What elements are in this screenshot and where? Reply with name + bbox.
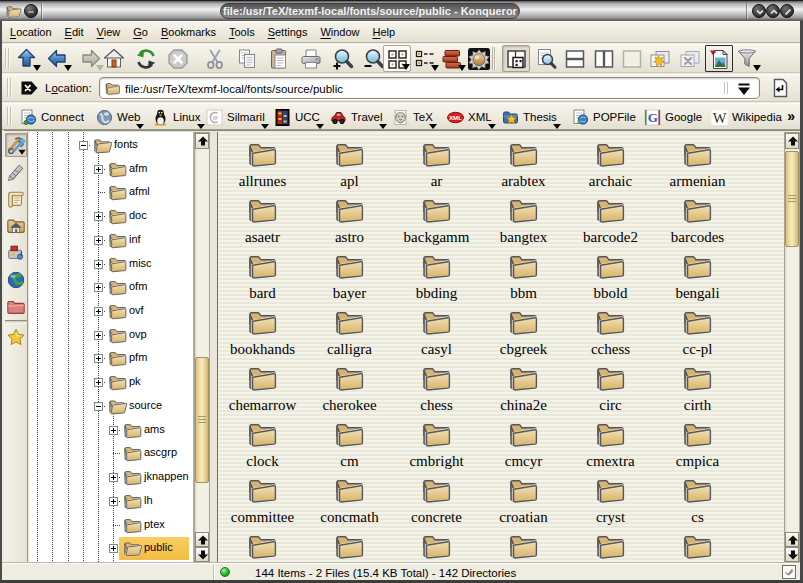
- tree-scroll-down-button[interactable]: [195, 547, 209, 562]
- folder-label-calligra[interactable]: calligra: [306, 341, 393, 358]
- bookmark-bricks-button[interactable]: [438, 45, 466, 72]
- folder-icon[interactable]: [245, 195, 279, 224]
- folder-icon[interactable]: [680, 251, 714, 280]
- folder-label-arabtex[interactable]: arabtex: [480, 173, 567, 190]
- folder-label-armenian[interactable]: armenian: [654, 173, 741, 190]
- folder-label-bangtex[interactable]: bangtex: [480, 229, 567, 246]
- bookmark-linux[interactable]: Linux: [152, 107, 201, 127]
- clear-location-icon[interactable]: [21, 81, 38, 95]
- sidebar-tab-bookmarks[interactable]: [5, 325, 27, 349]
- tree-expand-button[interactable]: [109, 473, 118, 482]
- combo-dropdown-icon[interactable]: [736, 82, 753, 96]
- bookmark-web[interactable]: Web: [96, 107, 140, 127]
- folder-label-cmcyr[interactable]: cmcyr: [480, 453, 567, 470]
- folder-icon[interactable]: [419, 251, 453, 280]
- location-combobox[interactable]: file:/usr/TeX/texmf-local/fonts/source/p…: [99, 77, 760, 99]
- toolbar-grip[interactable]: [5, 48, 11, 68]
- folder-label-china2e[interactable]: china2e: [480, 397, 567, 414]
- print-button[interactable]: [297, 45, 325, 72]
- tree-item-ams[interactable]: ams: [144, 422, 165, 437]
- folder-icon[interactable]: [419, 363, 453, 392]
- tree-item-misc[interactable]: misc: [129, 256, 152, 271]
- folder-label-allrunes[interactable]: allrunes: [219, 173, 306, 190]
- folder-label-croatian[interactable]: croatian: [480, 509, 567, 526]
- folder-icon[interactable]: [245, 251, 279, 280]
- folder-label-astro[interactable]: astro: [306, 229, 393, 246]
- folder-label-chess[interactable]: chess: [393, 397, 480, 414]
- folder-icon[interactable]: [593, 307, 627, 336]
- folder-icon[interactable]: [680, 195, 714, 224]
- tree-item-ovp[interactable]: ovp: [129, 327, 147, 342]
- folder-icon[interactable]: [506, 139, 540, 168]
- tree-item-lh[interactable]: lh: [144, 493, 153, 508]
- tree-expand-button[interactable]: [109, 544, 118, 553]
- sidebar-tab-network[interactable]: [5, 268, 27, 292]
- tree-item-afm[interactable]: afm: [129, 161, 147, 176]
- menu-item-edit[interactable]: Edit: [65, 25, 84, 39]
- folder-icon[interactable]: [593, 139, 627, 168]
- bookmark-ucc[interactable]: UCC: [274, 107, 320, 127]
- folder-label-clock[interactable]: clock: [219, 453, 306, 470]
- tree-item-ascgrp[interactable]: ascgrp: [144, 445, 177, 460]
- up-button[interactable]: [13, 45, 41, 72]
- tree-expand-button[interactable]: [94, 354, 103, 363]
- folder-label-barcodes[interactable]: barcodes: [654, 229, 741, 246]
- new-tab-button[interactable]: [646, 45, 674, 72]
- folder-icon[interactable]: [332, 251, 366, 280]
- folder-label-cmextra[interactable]: cmextra: [567, 453, 654, 470]
- tree-expand-button[interactable]: [94, 165, 103, 174]
- folder-label-bbm[interactable]: bbm: [480, 285, 567, 302]
- kde-gear-button[interactable]: [465, 45, 493, 72]
- folder-label-backgamm[interactable]: backgamm: [393, 229, 480, 246]
- split-view-left-right-button[interactable]: [590, 45, 618, 72]
- folder-icon[interactable]: [419, 195, 453, 224]
- tree-scrollbar[interactable]: [194, 132, 210, 563]
- menu-item-settings[interactable]: Settings: [268, 25, 308, 39]
- folder-icon[interactable]: [680, 475, 714, 504]
- image-preview-button[interactable]: [705, 45, 733, 72]
- folder-label-barcode2[interactable]: barcode2: [567, 229, 654, 246]
- folder-label-cirth[interactable]: cirth: [654, 397, 741, 414]
- view-scroll-down-button[interactable]: [785, 547, 799, 562]
- folder-icon[interactable]: [419, 307, 453, 336]
- folder-icon[interactable]: [680, 307, 714, 336]
- menu-item-location[interactable]: Location: [10, 25, 52, 39]
- view-splitter[interactable]: [210, 132, 217, 563]
- bookmark-thesis[interactable]: Thesis: [502, 107, 557, 127]
- find-file-button[interactable]: [532, 45, 560, 72]
- sidebar-tab-history[interactable]: [5, 187, 27, 211]
- close-tab-button[interactable]: [676, 45, 704, 72]
- bookmark-silmaril[interactable]: Silmaril: [206, 107, 265, 127]
- folder-icon[interactable]: [506, 531, 540, 560]
- folder-label-cbgreek[interactable]: cbgreek: [480, 341, 567, 358]
- folder-label-bayer[interactable]: bayer: [306, 285, 393, 302]
- bookmark-xml[interactable]: XML: [447, 107, 492, 127]
- tree-item-pk[interactable]: pk: [129, 374, 141, 389]
- folder-icon[interactable]: [680, 363, 714, 392]
- folder-icon[interactable]: [332, 307, 366, 336]
- folder-icon[interactable]: [332, 139, 366, 168]
- bookmark-toolbar-grip[interactable]: [7, 107, 13, 125]
- maximize-button[interactable]: [766, 4, 780, 18]
- menu-item-window[interactable]: Window: [320, 25, 359, 39]
- folder-icon[interactable]: [245, 139, 279, 168]
- folder-icon[interactable]: [506, 251, 540, 280]
- folder-label-bbold[interactable]: bbold: [567, 285, 654, 302]
- folder-label-cm[interactable]: cm: [306, 453, 393, 470]
- folder-label-cmbright[interactable]: cmbright: [393, 453, 480, 470]
- sidebar-tab-services[interactable]: [5, 241, 27, 265]
- folder-icon[interactable]: [506, 363, 540, 392]
- close-view-button[interactable]: [618, 45, 646, 72]
- tree-item-source[interactable]: source: [129, 398, 162, 413]
- folder-icon[interactable]: [593, 531, 627, 560]
- close-button[interactable]: [780, 4, 794, 18]
- folder-icon[interactable]: [680, 139, 714, 168]
- folder-icon[interactable]: [593, 251, 627, 280]
- tree-expand-button[interactable]: [94, 260, 103, 269]
- tree-view-button[interactable]: [411, 45, 439, 72]
- tree-item-ovf[interactable]: ovf: [129, 303, 144, 318]
- folder-label-circ[interactable]: circ: [567, 397, 654, 414]
- folder-icon[interactable]: [332, 195, 366, 224]
- tree-scroll-slider[interactable]: [195, 357, 209, 483]
- folder-icon[interactable]: [419, 475, 453, 504]
